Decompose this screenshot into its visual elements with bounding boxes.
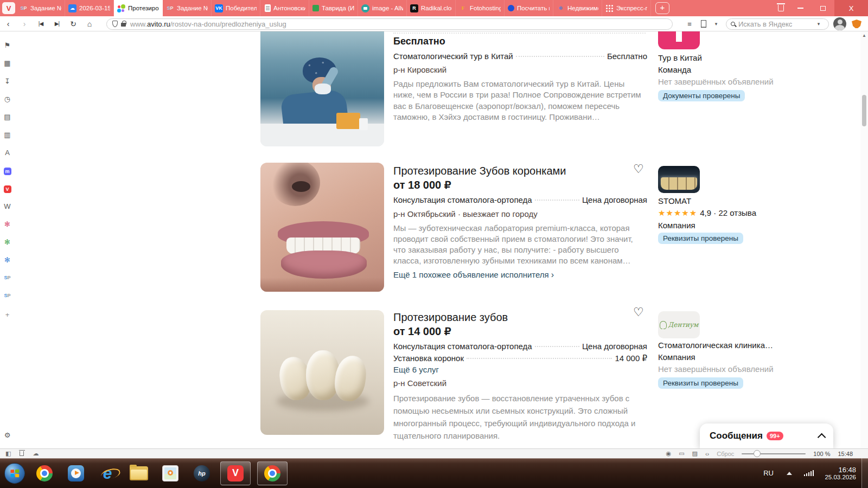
metamask-icon[interactable] xyxy=(852,20,861,28)
taskbar-hp-icon[interactable]: hp xyxy=(190,461,214,485)
tab-tavrida[interactable]: Таврида (Иго xyxy=(309,0,358,16)
page-scrollbar[interactable]: ▲ xyxy=(860,31,868,448)
chevron-up-icon[interactable] xyxy=(818,433,826,441)
seller-logo[interactable]: Дентиум xyxy=(658,311,700,338)
more-services-link[interactable]: Ещё 6 услуг xyxy=(393,365,439,374)
favorite-heart-icon[interactable]: ♡ xyxy=(633,307,644,318)
translate-panel-icon[interactable]: A xyxy=(0,149,15,157)
bookmark-dropdown-caret[interactable]: ▾ xyxy=(711,21,722,27)
bookmark-icon[interactable] xyxy=(701,20,706,28)
panel-toggle-icon[interactable]: ◧ xyxy=(5,450,11,457)
scrollbar-thumb[interactable] xyxy=(862,95,866,126)
tab-zadanie-1[interactable]: SP Задание №2 xyxy=(16,0,65,16)
search-engine-caret[interactable]: ▾ xyxy=(813,21,824,27)
taskbar-ie-icon[interactable]: e xyxy=(95,461,119,485)
taskbar-chrome-icon[interactable] xyxy=(33,461,56,485)
reload-button[interactable]: ↻ xyxy=(65,20,81,28)
windows-panel-icon[interactable]: ▦ xyxy=(0,59,15,67)
show-desktop-button[interactable] xyxy=(861,458,868,488)
listing-photo[interactable] xyxy=(260,310,384,435)
tab-radikal[interactable]: R Radikal.cloud xyxy=(407,0,456,16)
network-signal-icon[interactable] xyxy=(804,470,814,476)
tab-express[interactable]: Экспресс-па xyxy=(602,0,651,16)
wikipedia-panel-icon[interactable]: W xyxy=(0,202,15,210)
downloads-panel-icon[interactable]: ↧ xyxy=(0,77,15,85)
back-button[interactable]: ‹ xyxy=(0,20,16,28)
service-row: Консультация стоматолога-ортопеда Цена д… xyxy=(393,342,647,351)
zoom-slider[interactable] xyxy=(742,453,806,454)
forward-button[interactable]: › xyxy=(16,20,33,28)
zoom-slider-knob[interactable] xyxy=(754,450,761,457)
zoom-reset-label[interactable]: Сброс xyxy=(717,451,734,457)
seller-name[interactable]: Тур в Китай xyxy=(658,53,837,62)
sync-cloud-icon[interactable]: ☁ xyxy=(33,450,39,457)
closed-tabs-trash-button[interactable] xyxy=(773,0,789,16)
fast-forward-button[interactable]: ▶| xyxy=(49,21,65,27)
document-icon xyxy=(265,4,271,12)
minimize-button[interactable] xyxy=(789,0,812,16)
tab-poschitat[interactable]: Посчитать ко xyxy=(505,0,553,16)
tab-zadanie-2[interactable]: SP Задание №2 xyxy=(163,0,212,16)
seller-name[interactable]: STOMAT xyxy=(658,196,837,206)
language-indicator[interactable]: RU xyxy=(763,469,774,477)
taskbar-photos-icon[interactable] xyxy=(158,461,182,485)
listing-title[interactable]: Протезирование зубов xyxy=(393,311,648,324)
sp-panel-2-icon[interactable]: SP xyxy=(0,293,15,298)
settings-gear-icon[interactable]: ⚙ xyxy=(0,431,15,439)
tab-date[interactable]: ☁ 2026-03-15 1 xyxy=(65,0,114,16)
web-panel-3-icon[interactable]: ✻ xyxy=(0,256,15,264)
add-panel-icon[interactable]: + xyxy=(0,311,15,319)
taskbar-chrome-window-button[interactable] xyxy=(257,461,288,485)
search-field[interactable]: Искать в Яндекс ▾ xyxy=(726,18,829,30)
start-button[interactable] xyxy=(4,463,25,484)
history-panel-icon[interactable]: ◷ xyxy=(0,95,15,103)
tab-nedvizhimost[interactable]: ✻ Недвижимос xyxy=(553,0,602,16)
tray-clock[interactable]: 16:48 25.03.2026 xyxy=(825,466,856,480)
taskbar-explorer-icon[interactable] xyxy=(127,461,151,485)
vivaldi-menu-button[interactable]: V xyxy=(2,2,15,14)
seller-name[interactable]: Стоматологическая клиника… xyxy=(658,341,837,350)
rating-text[interactable]: 4,9 · 22 отзыва xyxy=(700,208,756,217)
show-hidden-icons-arrow[interactable] xyxy=(787,472,792,475)
tab-protezirovanie-active[interactable]: Протезирова xyxy=(114,0,163,16)
cards-panel-icon[interactable]: ▥ xyxy=(0,131,15,139)
profile-avatar[interactable] xyxy=(833,17,846,30)
trash-icon[interactable] xyxy=(20,451,24,456)
shield-icon[interactable] xyxy=(112,21,118,27)
web-panel-1-icon[interactable]: ✻ xyxy=(0,220,15,228)
tab-fotohosting[interactable]: F Fotohosting.Р xyxy=(456,0,505,16)
sp-panel-1-icon[interactable]: SP xyxy=(0,275,15,280)
restore-button[interactable] xyxy=(812,0,834,16)
seller-logo[interactable] xyxy=(658,166,700,193)
rewind-button[interactable]: |◀ xyxy=(33,21,49,27)
messages-widget[interactable]: Сообщения 99+ xyxy=(700,423,833,448)
listing-photo[interactable] xyxy=(260,163,384,292)
images-toggle-icon[interactable]: ▨ xyxy=(692,450,698,457)
tiling-icon[interactable]: ▭ xyxy=(679,450,684,457)
tab-pobeditel[interactable]: VK Победитель xyxy=(212,0,260,16)
seller-logo[interactable] xyxy=(658,31,700,49)
vivaldi-panel-icon[interactable]: V xyxy=(0,184,15,193)
bookmarks-panel-icon[interactable]: ⚑ xyxy=(0,41,15,49)
new-tab-button[interactable]: + xyxy=(655,2,669,14)
capture-icon[interactable]: ◉ xyxy=(666,450,672,457)
tab-antonovskiy[interactable]: Антоновский xyxy=(260,0,309,16)
listing-description: Протезирование зубов — восстановление ут… xyxy=(393,392,646,442)
notes-panel-icon[interactable]: ▤ xyxy=(0,113,15,121)
address-bar[interactable]: www.avito.ru/rostov-na-donu/predlozheniy… xyxy=(106,18,673,30)
scroll-up-arrow[interactable]: ▲ xyxy=(860,33,868,38)
tab-image[interactable]: image - Allwe xyxy=(358,0,407,16)
taskbar-mediaplayer-icon[interactable] xyxy=(64,461,88,485)
listing-title[interactable]: Протезирование Зубов коронками xyxy=(393,165,648,177)
dotted-leader xyxy=(467,358,612,359)
reader-mode-icon[interactable]: ≡ xyxy=(682,20,697,28)
more-listings-link[interactable]: Ещё 1 похожее объявление исполнителя› xyxy=(393,270,554,280)
mastodon-panel-icon[interactable]: m xyxy=(0,166,15,175)
close-button[interactable]: X xyxy=(834,0,868,16)
home-button[interactable]: ⌂ xyxy=(81,20,98,28)
listing-photo[interactable] xyxy=(260,31,384,146)
favorite-heart-icon[interactable]: ♡ xyxy=(633,164,644,175)
web-panel-2-icon[interactable]: ✻ xyxy=(0,238,15,246)
taskbar-vivaldi-window-button[interactable]: V xyxy=(220,461,251,485)
page-actions-icon[interactable]: ‹› xyxy=(705,451,709,457)
